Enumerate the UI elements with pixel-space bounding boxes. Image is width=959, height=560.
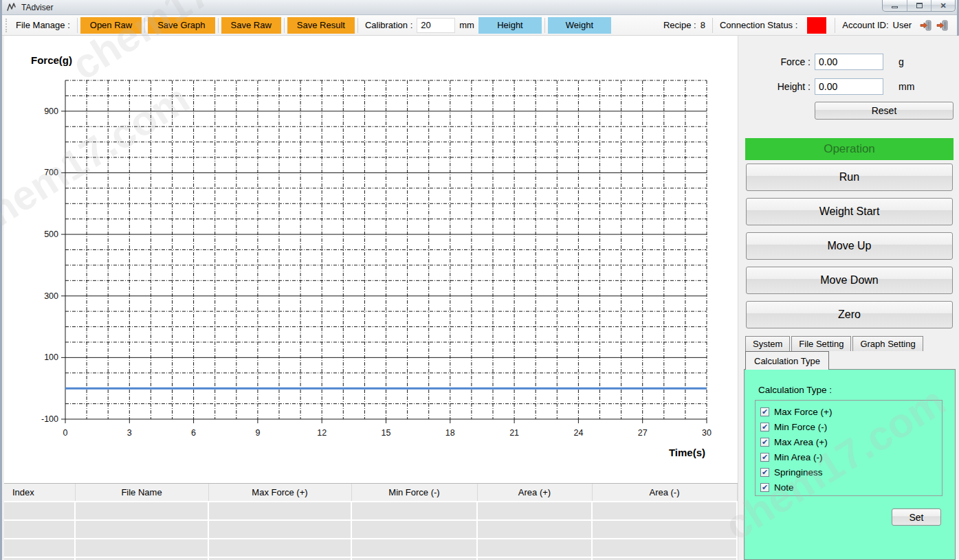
svg-text:500: 500 bbox=[44, 229, 58, 239]
force-readout-input[interactable] bbox=[815, 54, 883, 70]
checkbox-icon[interactable]: ✔ bbox=[760, 483, 769, 492]
checkbox-label: Max Area (+) bbox=[774, 437, 828, 447]
table-cell bbox=[4, 539, 75, 557]
calibration-label: Calibration : bbox=[365, 20, 412, 30]
height-unit-label: mm bbox=[899, 81, 914, 92]
svg-text:Force(g): Force(g) bbox=[31, 54, 72, 66]
tab-calculation-type[interactable]: Calculation Type bbox=[745, 351, 829, 370]
table-cell bbox=[351, 502, 477, 520]
svg-text:Time(s): Time(s) bbox=[669, 447, 705, 458]
checkbox-icon[interactable]: ✔ bbox=[760, 453, 769, 462]
operation-header-button[interactable]: Operation bbox=[745, 138, 954, 160]
titlebar: TAdviser ✕ bbox=[2, 0, 957, 15]
height-readout-input[interactable] bbox=[815, 78, 883, 95]
checkbox-icon[interactable]: ✔ bbox=[760, 423, 769, 432]
settings-tabs: SystemFile SettingGraph Setting bbox=[745, 336, 925, 351]
table-cell bbox=[208, 557, 351, 560]
calculation-type-panel: Calculation Type : ✔Max Force (+)✔Min Fo… bbox=[744, 369, 956, 560]
column-header-max-force: Max Force (+) bbox=[208, 484, 351, 502]
table-cell bbox=[477, 539, 592, 557]
close-button[interactable]: ✕ bbox=[931, 0, 955, 11]
account-user-value: User bbox=[893, 20, 912, 30]
table-row[interactable] bbox=[4, 539, 737, 557]
move-up-button[interactable]: Move Up bbox=[746, 232, 953, 260]
force-time-chart: 036912151821242730-100100300500700900For… bbox=[4, 36, 738, 483]
svg-text:100: 100 bbox=[44, 352, 58, 362]
run-button[interactable]: Run bbox=[746, 164, 953, 191]
table-row[interactable] bbox=[4, 557, 737, 560]
table-cell bbox=[477, 557, 592, 560]
force-unit-label: g bbox=[899, 56, 904, 67]
table-row[interactable] bbox=[4, 520, 737, 539]
separator bbox=[357, 18, 358, 33]
table-cell bbox=[351, 539, 477, 557]
calibration-unit-label: mm bbox=[459, 20, 474, 30]
table-cell bbox=[592, 539, 737, 557]
checkbox-note[interactable]: ✔Note bbox=[760, 480, 942, 495]
chart-area: 036912151821242730-100100300500700900For… bbox=[4, 36, 738, 560]
open-raw-button[interactable]: Open Raw bbox=[80, 17, 142, 34]
save-graph-button[interactable]: Save Graph bbox=[148, 17, 214, 34]
reset-button[interactable]: Reset bbox=[815, 102, 954, 120]
move-down-button[interactable]: Move Down bbox=[746, 267, 953, 294]
close-icon: ✕ bbox=[940, 1, 946, 10]
table-cell bbox=[4, 520, 75, 539]
window-controls: ✕ bbox=[882, 0, 956, 12]
table-row[interactable] bbox=[4, 502, 737, 520]
checkbox-icon[interactable]: ✔ bbox=[760, 468, 769, 477]
connection-status-indicator bbox=[807, 17, 826, 34]
checkbox-icon[interactable]: ✔ bbox=[760, 407, 769, 416]
svg-text:900: 900 bbox=[44, 107, 58, 116]
column-header-index: Index bbox=[4, 484, 75, 502]
calibration-input[interactable] bbox=[417, 18, 455, 33]
table-cell bbox=[75, 520, 208, 539]
recipe-value: 8 bbox=[701, 20, 705, 30]
checkbox-min-force[interactable]: ✔Min Force (-) bbox=[760, 419, 942, 434]
table-cell bbox=[4, 502, 75, 520]
toolbar-grip[interactable] bbox=[5, 19, 8, 32]
column-header-file-name: File Name bbox=[75, 484, 208, 502]
table-cell bbox=[351, 557, 477, 560]
logout-icon[interactable] bbox=[936, 19, 949, 32]
maximize-button[interactable] bbox=[907, 0, 931, 11]
svg-text:30: 30 bbox=[702, 428, 712, 438]
table-cell bbox=[208, 539, 351, 557]
zero-button[interactable]: Zero bbox=[746, 301, 953, 328]
svg-text:300: 300 bbox=[44, 291, 58, 301]
checkbox-min-area[interactable]: ✔Min Area (-) bbox=[760, 449, 942, 464]
height-button[interactable]: Height bbox=[478, 17, 542, 34]
save-raw-button[interactable]: Save Raw bbox=[221, 17, 281, 34]
svg-text:27: 27 bbox=[638, 428, 648, 438]
checkbox-max-area[interactable]: ✔Max Area (+) bbox=[760, 434, 942, 449]
svg-text:15: 15 bbox=[382, 428, 391, 438]
table-cell bbox=[75, 539, 208, 557]
tab-file-setting[interactable]: File Setting bbox=[791, 336, 851, 351]
separator bbox=[544, 18, 545, 33]
checkbox-label: Min Force (-) bbox=[774, 422, 827, 432]
checkbox-max-force[interactable]: ✔Max Force (+) bbox=[760, 404, 942, 419]
table-cell bbox=[208, 502, 351, 520]
weight-button[interactable]: Weight bbox=[548, 17, 611, 34]
checkbox-springiness[interactable]: ✔Springiness bbox=[760, 464, 942, 480]
separator bbox=[835, 18, 835, 33]
toolbar: File Manage : Open Raw Save Graph Save R… bbox=[2, 15, 957, 36]
separator bbox=[144, 18, 145, 33]
minimize-button[interactable] bbox=[883, 0, 907, 11]
column-header-min-force: Min Force (-) bbox=[351, 484, 477, 502]
separator bbox=[218, 18, 219, 33]
column-header-area: Area (-) bbox=[592, 484, 737, 502]
save-result-button[interactable]: Save Result bbox=[287, 17, 355, 34]
column-header-area: Area (+) bbox=[477, 484, 592, 502]
checkbox-icon[interactable]: ✔ bbox=[760, 438, 769, 447]
weight-start-button[interactable]: Weight Start bbox=[746, 198, 953, 225]
tab-system[interactable]: System bbox=[745, 336, 790, 351]
set-button[interactable]: Set bbox=[892, 508, 941, 526]
tab-graph-setting[interactable]: Graph Setting bbox=[852, 336, 923, 351]
checkbox-label: Note bbox=[774, 482, 794, 493]
app-icon bbox=[7, 3, 17, 12]
login-icon[interactable] bbox=[920, 19, 932, 32]
height-readout-label: Height : bbox=[738, 81, 811, 92]
svg-text:9: 9 bbox=[255, 428, 260, 438]
table-cell bbox=[477, 520, 592, 539]
account-id-label: Account ID: bbox=[842, 20, 888, 30]
